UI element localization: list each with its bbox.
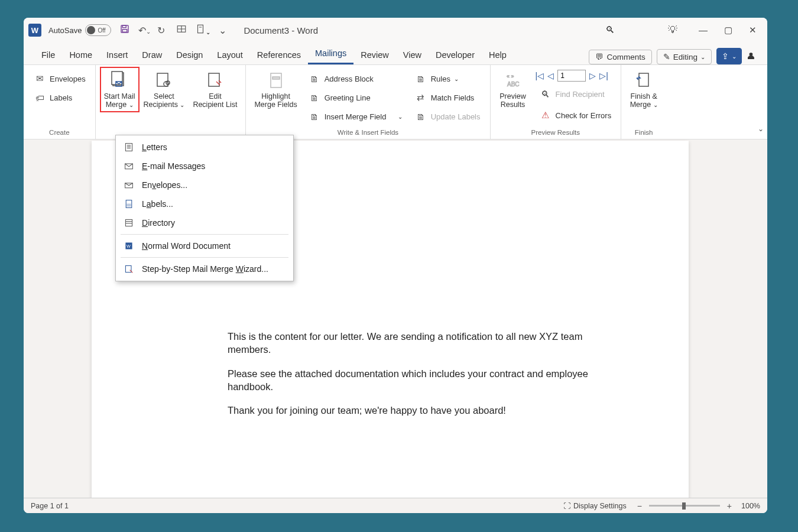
tab-insert[interactable]: Insert bbox=[99, 46, 135, 64]
start-mail-merge-button[interactable]: Start Mail Merge ⌄ bbox=[102, 69, 138, 111]
edit-list-icon bbox=[205, 70, 226, 91]
svg-text:W: W bbox=[126, 244, 131, 249]
undo-icon[interactable]: ↶⌄ bbox=[138, 25, 149, 35]
tab-developer[interactable]: Developer bbox=[429, 46, 482, 64]
insert-merge-field-button[interactable]: 🗎Insert Merge Field ⌄ bbox=[304, 108, 406, 125]
zoom-out-icon[interactable]: − bbox=[635, 501, 644, 511]
tab-design[interactable]: Design bbox=[169, 46, 210, 64]
select-recipients-button[interactable]: Select Recipients ⌄ bbox=[141, 69, 187, 111]
last-record-icon[interactable]: ▷| bbox=[599, 71, 608, 80]
preview-icon: « »ABC bbox=[502, 70, 524, 91]
minimize-icon[interactable]: — bbox=[699, 25, 708, 35]
svg-text:« »: « » bbox=[507, 73, 514, 79]
next-record-icon[interactable]: ▷ bbox=[589, 71, 596, 80]
prev-record-icon[interactable]: ◁ bbox=[547, 71, 554, 80]
check-icon: ⚠︎ bbox=[539, 109, 552, 122]
svg-rect-32 bbox=[125, 265, 131, 272]
quick-access-toolbar: ↶⌄ ↻ ⌄ ⌄ bbox=[119, 24, 229, 37]
wizard-icon bbox=[123, 264, 135, 274]
tab-layout[interactable]: Layout bbox=[210, 46, 250, 64]
start-mail-merge-dropdown: Letters E-mail Messages Envelopes... Lab… bbox=[115, 135, 294, 281]
autosave-toggle[interactable]: Off bbox=[85, 24, 111, 36]
word-doc-icon: W bbox=[123, 241, 135, 251]
svg-rect-18 bbox=[639, 73, 648, 86]
title-bar: W AutoSave Off ↶⌄ ↻ ⌄ ⌄ Document3 - Word… bbox=[24, 18, 767, 43]
page-icon[interactable]: ⌄ bbox=[195, 24, 210, 37]
finish-icon bbox=[633, 70, 654, 91]
menu-directory[interactable]: Directory bbox=[116, 213, 293, 232]
tab-review[interactable]: Review bbox=[353, 46, 396, 64]
highlight-merge-fields-button: Highlight Merge Fields bbox=[252, 69, 299, 125]
labels-button[interactable]: 🏷︎Labels bbox=[30, 89, 89, 106]
page-icon: 🗎 bbox=[308, 110, 321, 123]
first-record-icon[interactable]: |◁ bbox=[536, 71, 544, 80]
envelopes-button[interactable]: ✉︎Envelopes bbox=[30, 70, 89, 87]
match-fields-button[interactable]: ⇄Match Fields bbox=[411, 89, 484, 106]
display-settings-icon[interactable]: ⛶ bbox=[563, 502, 571, 510]
tab-mailings[interactable]: Mailings bbox=[308, 44, 353, 64]
paragraph: Thank you for joining our team; we're ha… bbox=[228, 404, 618, 417]
rules-icon: 🗎 bbox=[414, 72, 427, 85]
tab-home[interactable]: Home bbox=[62, 46, 99, 64]
svg-rect-6 bbox=[198, 25, 203, 33]
tab-file[interactable]: File bbox=[34, 46, 62, 64]
page-indicator[interactable]: Page 1 of 1 bbox=[31, 502, 69, 510]
address-block-button[interactable]: 🗎Address Block bbox=[304, 70, 406, 87]
rules-button[interactable]: 🗎Rules ⌄ bbox=[411, 70, 484, 87]
preview-results-button[interactable]: « »ABC Preview Results bbox=[497, 69, 530, 124]
group-finish: Finish & Merge ⌄ Finish bbox=[621, 65, 666, 139]
find-icon: 🔍︎ bbox=[539, 87, 552, 100]
editing-mode-button[interactable]: ✎Editing⌄ bbox=[657, 49, 712, 64]
save-icon[interactable] bbox=[119, 24, 130, 37]
match-icon: ⇄ bbox=[414, 91, 427, 104]
svg-rect-15 bbox=[273, 77, 280, 79]
tab-references[interactable]: References bbox=[250, 46, 308, 64]
comments-button[interactable]: 💬︎Comments bbox=[589, 50, 651, 64]
menu-wizard[interactable]: Step-by-Step Mail Merge Wizard... bbox=[116, 259, 293, 278]
svg-rect-2 bbox=[123, 30, 128, 33]
display-settings-button[interactable]: Display Settings bbox=[573, 502, 627, 510]
svg-rect-1 bbox=[123, 25, 126, 28]
greeting-line-button[interactable]: 🗎Greeting Line bbox=[304, 89, 406, 106]
finish-merge-button[interactable]: Finish & Merge ⌄ bbox=[627, 69, 660, 111]
record-number-input[interactable] bbox=[557, 70, 586, 82]
zoom-level[interactable]: 100% bbox=[741, 502, 760, 510]
svg-rect-26 bbox=[127, 204, 131, 206]
letters-icon bbox=[123, 142, 135, 153]
edit-recipient-list-button[interactable]: Edit Recipient List bbox=[190, 69, 239, 111]
update-labels-button: 🗎Update Labels bbox=[411, 108, 484, 125]
tab-view[interactable]: View bbox=[396, 46, 429, 64]
svg-text:ABC: ABC bbox=[507, 81, 520, 87]
tab-help[interactable]: Help bbox=[482, 46, 514, 64]
lightbulb-icon[interactable]: 💡︎ bbox=[668, 25, 677, 35]
zoom-in-icon[interactable]: + bbox=[725, 501, 734, 511]
close-icon[interactable]: ✕ bbox=[749, 25, 757, 35]
svg-rect-27 bbox=[125, 219, 132, 226]
share-button[interactable]: ⇪⌄ bbox=[716, 48, 742, 64]
maximize-icon[interactable]: ▢ bbox=[724, 25, 732, 35]
redo-icon[interactable]: ↻ bbox=[157, 25, 168, 35]
group-start-mail-merge: Start Mail Merge ⌄ Select Recipients ⌄ E… bbox=[96, 65, 246, 139]
tab-draw[interactable]: Draw bbox=[135, 46, 169, 64]
account-icon[interactable]: 👤︎ bbox=[742, 48, 760, 64]
find-recipient-button: 🔍︎Find Recipient bbox=[536, 85, 615, 103]
svg-rect-10 bbox=[157, 73, 168, 86]
menu-labels[interactable]: Labels... bbox=[116, 194, 293, 213]
paragraph: Please see the attached documentation wh… bbox=[228, 367, 618, 394]
collapse-ribbon-icon[interactable]: ⌄ bbox=[758, 125, 764, 133]
zoom-slider[interactable] bbox=[649, 505, 720, 507]
menu-normal-doc[interactable]: WNormal Word Document bbox=[116, 236, 293, 255]
svg-rect-19 bbox=[125, 144, 132, 151]
group-preview-results: « »ABC Preview Results |◁ ◁ ▷ ▷| 🔍︎Find … bbox=[491, 65, 622, 139]
menu-envelopes[interactable]: Envelopes... bbox=[116, 176, 293, 194]
menu-letters[interactable]: Letters bbox=[116, 138, 293, 157]
autosave-label: AutoSave bbox=[48, 26, 82, 35]
qat-overflow-icon[interactable]: ⌄ bbox=[219, 25, 229, 35]
paragraph: This is the content for our letter. We a… bbox=[228, 330, 618, 356]
menu-email[interactable]: E-mail Messages bbox=[116, 157, 293, 176]
table-icon[interactable] bbox=[176, 24, 187, 37]
search-icon[interactable]: 🔍︎ bbox=[605, 25, 615, 35]
ribbon-tabs: File Home Insert Draw Design Layout Refe… bbox=[24, 43, 767, 65]
check-errors-button[interactable]: ⚠︎Check for Errors bbox=[536, 106, 615, 124]
start-mail-merge-icon bbox=[109, 70, 130, 91]
